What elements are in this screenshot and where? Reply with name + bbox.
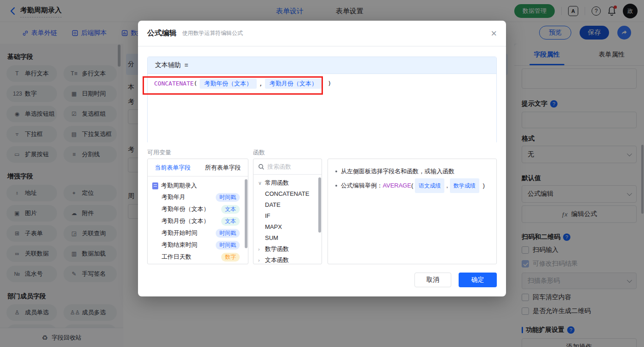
function-item[interactable]: IF [258, 210, 322, 222]
function-item[interactable]: MAPX [258, 222, 322, 233]
example-field-chip: 数学成绩 [450, 178, 479, 193]
search-input[interactable] [267, 163, 313, 170]
close-icon[interactable]: × [491, 28, 497, 39]
confirm-button[interactable]: 确定 [459, 273, 497, 287]
app: 考勤周期录入 表单设计 表单设置 数据管理 A ? 政 表单外链 [0, 0, 644, 347]
function-search[interactable] [253, 159, 322, 175]
functions-scrollbar[interactable] [318, 177, 321, 233]
variable-row[interactable]: 考勤年份（文本）文本 [152, 203, 244, 215]
functions-label: 函数 [253, 148, 265, 157]
example-function-name: AVERAGE [383, 182, 411, 189]
variable-row[interactable]: 工作日天数数字 [152, 251, 244, 263]
tab-current-form-fields[interactable]: 当前表单字段 [155, 164, 191, 172]
tip-line-2: 公式编辑举例：AVERAGE(语文成绩,数学成绩 ) [335, 178, 489, 193]
variable-row[interactable]: 考勤结束时间时间戳 [152, 239, 244, 251]
type-badge: 时间戳 [216, 193, 240, 202]
function-item[interactable]: CONCATENATE [258, 188, 322, 199]
type-badge: 时间戳 [216, 229, 240, 238]
tip-line-1: 从左侧面板选择字段名和函数，或输入函数 [335, 165, 489, 178]
formula-input-area[interactable]: CONCATENATE(考勤年份（文本）,考勤月份（文本） ) [148, 74, 496, 142]
variable-row[interactable]: 考勤月份（文本）文本 [152, 215, 244, 227]
cancel-button[interactable]: 取消 [414, 273, 451, 287]
type-badge: 文本 [221, 217, 240, 226]
variables-scrollbar[interactable] [245, 179, 247, 248]
variable-row[interactable]: 考勤年月时间戳 [152, 191, 244, 203]
function-item[interactable]: DATE [258, 199, 322, 210]
example-field-chip: 语文成绩 [415, 178, 444, 193]
function-list: ∨常用函数 CONCATENATE DATE IF MAPX SUM ›数学函数… [253, 175, 322, 264]
group-math-functions[interactable]: ›数学函数 [258, 244, 322, 255]
form-doc-icon [152, 182, 158, 189]
tab-all-form-fields[interactable]: 所有表单字段 [205, 164, 241, 172]
chevron-down-icon: ∨ [258, 180, 263, 186]
search-icon [258, 164, 264, 170]
field-chip[interactable]: 考勤年份（文本） [200, 79, 257, 89]
group-common-functions[interactable]: ∨常用函数 [258, 177, 322, 188]
equals-sign: = [184, 62, 188, 69]
modal-subtitle: 使用数学运算符编辑公式 [182, 29, 243, 37]
variable-row[interactable]: 考勤开始时间时间戳 [152, 227, 244, 239]
tree-root[interactable]: 考勤周期录入 [152, 180, 244, 191]
modal-title: 公式编辑 [147, 28, 177, 38]
field-chip[interactable]: 考勤月份（文本） [265, 79, 322, 89]
formula-editor-modal: 公式编辑 使用数学运算符编辑公式 × 文本辅助 = CONCATENATE(考勤… [138, 21, 506, 296]
formula-editor-block: 文本辅助 = CONCATENATE(考勤年份（文本）,考勤月份（文本） ) [147, 57, 497, 142]
function-name: CONCATENATE [154, 80, 194, 87]
type-badge: 文本 [221, 205, 240, 214]
variables-tree: 考勤周期录入 考勤年月时间戳 考勤年份（文本）文本 考勤月份（文本）文本 考勤开… [148, 176, 248, 263]
tips-panel: 从左侧面板选择字段名和函数，或输入函数 公式编辑举例：AVERAGE(语文成绩,… [328, 159, 497, 264]
chevron-right-icon: › [258, 246, 263, 252]
functions-panel: ∨常用函数 CONCATENATE DATE IF MAPX SUM ›数学函数… [253, 159, 322, 264]
variables-panel: 当前表单字段 所有表单字段 考勤周期录入 考勤年月时间戳 考勤年份（文本）文本 … [147, 159, 248, 264]
chevron-right-icon: › [258, 257, 263, 263]
formula-target: 文本辅助 [155, 61, 181, 69]
type-badge: 时间戳 [216, 241, 240, 250]
group-text-functions[interactable]: ›文本函数 [258, 255, 322, 264]
modal-header: 公式编辑 使用数学运算符编辑公式 × [138, 21, 506, 46]
variables-label: 可用变量 [147, 148, 171, 157]
type-badge: 数字 [221, 253, 240, 262]
function-item[interactable]: SUM [258, 233, 322, 244]
formula-target-row: 文本辅助 = [148, 57, 496, 74]
modal-footer: 取消 确定 [414, 273, 497, 287]
